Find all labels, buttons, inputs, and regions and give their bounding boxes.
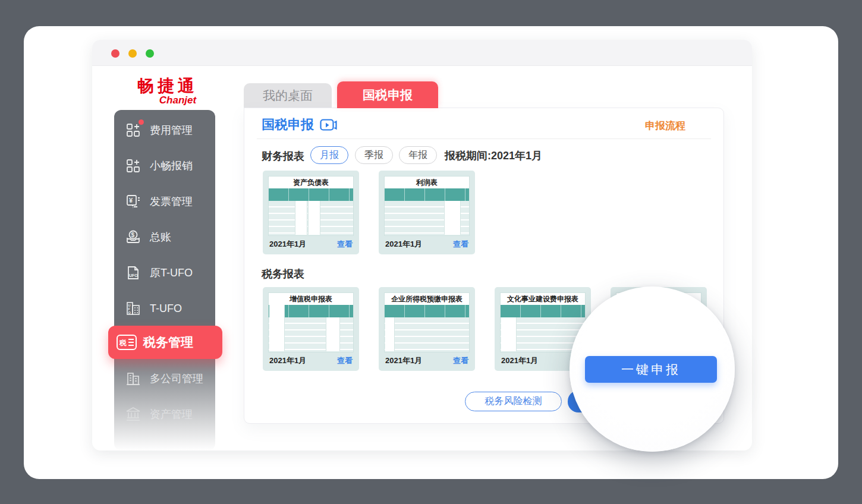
sidebar-item-label: 税务管理 <box>143 334 193 351</box>
report-thumbnail: 增值税申报表 <box>268 292 354 352</box>
view-link[interactable]: 查看 <box>453 239 468 250</box>
panel-title: 国税申报 <box>262 116 337 134</box>
sidebar-item-label: 多公司管理 <box>150 371 203 386</box>
sidebar-item-tax-management[interactable]: 税 税务管理 <box>108 326 222 359</box>
document-ufo-icon: UFO <box>125 264 141 281</box>
view-link[interactable]: 查看 <box>337 355 353 366</box>
invoice-icon: ¥ <box>125 193 141 210</box>
period-button-quarterly[interactable]: 季报 <box>355 146 393 164</box>
sidebar-item-label: 小畅报销 <box>150 159 193 173</box>
sidebar-item-multicompany[interactable]: 多公司管理 <box>114 361 215 396</box>
sidebar-item-label: 费用管理 <box>150 123 193 137</box>
sidebar-item-ledger[interactable]: $ 总账 <box>114 219 215 255</box>
view-link[interactable]: 查看 <box>453 355 468 366</box>
sidebar-item-label: 资产管理 <box>150 407 193 421</box>
close-window-icon[interactable] <box>111 49 119 58</box>
brand-logo: 畅捷通 Chanjet <box>127 77 208 106</box>
svg-text:UFO: UFO <box>129 273 138 278</box>
sidebar-item-reimburse[interactable]: 小畅报销 <box>114 148 215 184</box>
card-period: 2021年1月 <box>269 355 306 366</box>
minimize-window-icon[interactable] <box>128 49 137 58</box>
tax-icon: 税 <box>116 334 137 351</box>
tab-my-desktop[interactable]: 我的桌面 <box>244 83 332 108</box>
report-card-income-statement[interactable]: 利润表 2021年1月 查看 <box>379 171 475 254</box>
svg-text:$: $ <box>131 232 135 238</box>
sidebar-item-expense[interactable]: 费用管理 <box>114 112 215 148</box>
view-link[interactable]: 查看 <box>337 239 353 250</box>
ledger-icon: $ <box>125 229 141 245</box>
card-period: 2021年1月 <box>385 355 422 366</box>
sidebar-item-label: 总账 <box>150 230 171 244</box>
header-divider <box>257 138 711 139</box>
sidebar-item-label: 发票管理 <box>150 194 193 209</box>
window-titlebar <box>92 40 752 66</box>
notification-badge <box>139 119 144 125</box>
tax-period-text: 报税期间:2021年1月 <box>445 149 542 163</box>
card-period: 2021年1月 <box>501 355 538 366</box>
report-thumbnail: 文化事业建设费申报表 <box>500 292 586 352</box>
sidebar-item-invoice[interactable]: ¥ 发票管理 <box>114 184 215 219</box>
one-click-submit-cta[interactable]: 一键申报 <box>585 356 717 383</box>
svg-text:税: 税 <box>119 339 127 347</box>
period-button-yearly[interactable]: 年报 <box>399 146 437 164</box>
card-period: 2021年1月 <box>385 239 422 250</box>
zoom-window-icon[interactable] <box>146 49 154 58</box>
sidebar-item-assets[interactable]: 资产管理 <box>114 396 215 432</box>
tax-risk-check-button[interactable]: 税务风险检测 <box>465 392 562 411</box>
modules-plus-icon <box>125 158 141 174</box>
finance-section-label: 财务报表 <box>262 149 304 163</box>
companies-icon <box>125 370 141 387</box>
modules-plus-icon <box>125 122 141 138</box>
panel-title-text: 国税申报 <box>262 116 314 134</box>
card-period: 2021年1月 <box>269 239 306 250</box>
report-card-balance-sheet[interactable]: 资产负债表 2021年1月 查看 <box>263 171 359 254</box>
sidebar-item-tufo[interactable]: U F O T-UFO <box>114 291 215 326</box>
report-thumbnail: 资产负债表 <box>268 176 354 236</box>
svg-text:O: O <box>128 311 131 314</box>
sidebar-item-label: T-UFO <box>150 303 182 315</box>
video-guide-icon[interactable] <box>320 119 337 131</box>
declaration-flow-link[interactable]: 申报流程 <box>645 119 685 133</box>
sidebar-item-legacy-tufo[interactable]: UFO 原T-UFO <box>114 255 215 291</box>
svg-text:¥: ¥ <box>129 197 133 204</box>
brand-name-cn: 畅捷通 <box>127 77 208 95</box>
brand-name-latin: Chanjet <box>127 95 208 106</box>
bank-icon <box>125 406 141 423</box>
period-button-monthly[interactable]: 月报 <box>310 146 348 164</box>
report-card-vat[interactable]: 增值税申报表 2021年1月 查看 <box>263 287 359 371</box>
report-thumbnail: 企业所得税预缴申报表 <box>384 292 470 352</box>
report-card-corporate-income-tax[interactable]: 企业所得税预缴申报表 2021年1月 查看 <box>379 287 475 371</box>
tax-section-label: 税务报表 <box>262 267 304 281</box>
sidebar-nav: 费用管理 小畅报销 ¥ 发票管理 $ 总账 <box>114 110 215 451</box>
building-ufo-icon: U F O <box>125 300 141 317</box>
sidebar-item-label: 原T-UFO <box>150 266 193 280</box>
report-thumbnail: 利润表 <box>384 176 470 236</box>
tab-national-tax[interactable]: 国税申报 <box>337 81 438 108</box>
